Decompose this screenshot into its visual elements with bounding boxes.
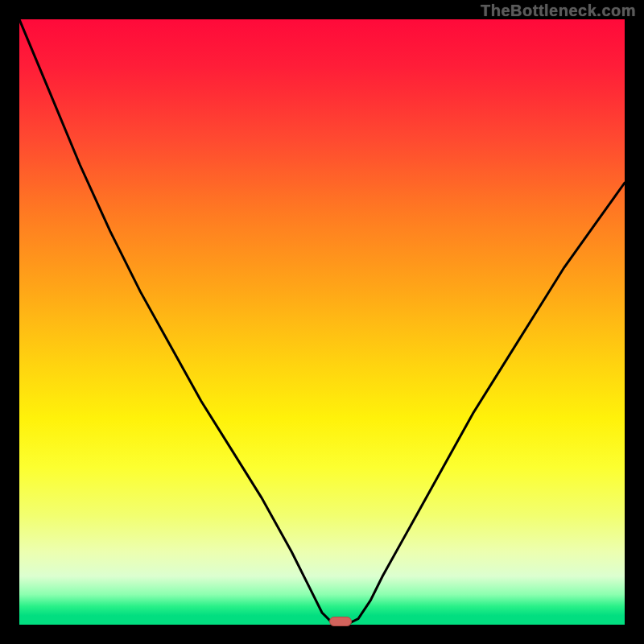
minimum-marker: [329, 617, 352, 626]
attribution-label: TheBottleneck.com: [481, 2, 636, 20]
chart-frame: TheBottleneck.com: [0, 0, 644, 644]
plot-area: [19, 19, 625, 625]
bottleneck-curve: [19, 19, 625, 625]
curve-path: [19, 19, 625, 625]
